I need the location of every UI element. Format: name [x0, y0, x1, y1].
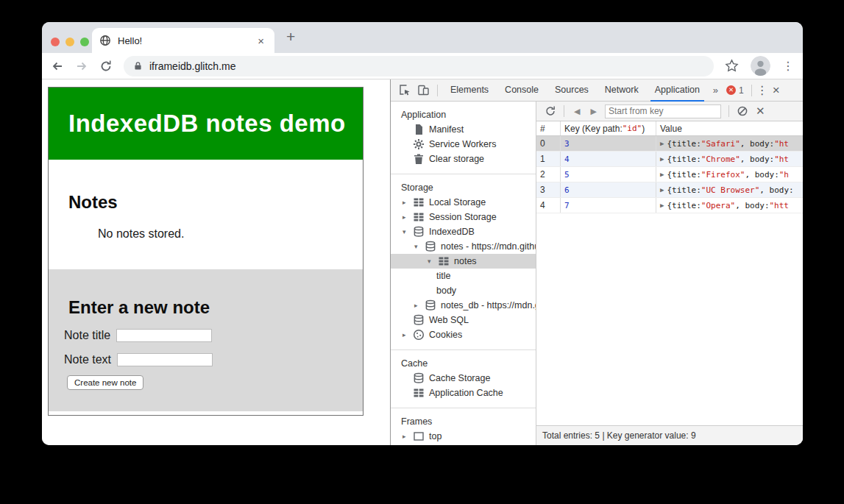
tab-console[interactable]: Console [497, 79, 547, 102]
chevron-right-icon[interactable]: ▸ [414, 302, 425, 309]
more-tabs-icon[interactable]: » [708, 85, 723, 96]
sidebar-item-manifest[interactable]: Manifest [391, 122, 536, 137]
notes-section: Notes No notes stored. [49, 160, 363, 269]
browser-window: Hello! × + iframeidb.glitch.me [42, 22, 803, 445]
delete-selected-icon[interactable]: ✕ [751, 104, 770, 118]
device-toolbar-icon[interactable] [417, 84, 430, 96]
tab-elements[interactable]: Elements [442, 79, 497, 102]
table-row[interactable]: 47▶{title: "Opera", body: "htt [536, 198, 803, 213]
database-icon [413, 372, 425, 384]
sidebar-item-indexeddb[interactable]: ▾IndexedDB [391, 224, 536, 239]
sidebar-item-notes[interactable]: ▾notes [391, 254, 536, 269]
sidebar-item-web-sql[interactable]: Web SQL [391, 313, 536, 327]
sidebar-item-cookies[interactable]: ▸Cookies [391, 327, 536, 342]
address-bar[interactable]: iframeidb.glitch.me [124, 56, 714, 77]
expand-arrow-icon[interactable]: ▶ [660, 186, 664, 194]
chevron-down-icon[interactable]: ▾ [403, 228, 413, 235]
prev-page-icon[interactable]: ◀ [569, 107, 585, 116]
clear-object-store-icon[interactable] [737, 105, 748, 117]
table-row[interactable]: 03▶{title: "Safari", body: "ht [536, 136, 803, 152]
row-key: 7 [561, 198, 656, 213]
sidebar-section-storage: Storage▸Local Storage▸Session Storage▾In… [391, 174, 536, 350]
chevron-right-icon[interactable]: ▸ [403, 433, 413, 440]
expand-arrow-icon[interactable]: ▶ [660, 140, 664, 147]
note-title-input[interactable] [116, 329, 212, 342]
traffic-lights [51, 38, 89, 46]
column-header-key[interactable]: Key (Key path: "id") [561, 121, 656, 135]
forward-icon[interactable] [75, 60, 88, 73]
sidebar-item-label: Clear storage [429, 154, 484, 164]
section-title: Application [391, 107, 536, 122]
sidebar-item-service-workers[interactable]: Service Workers [391, 137, 536, 152]
tab-close-icon[interactable]: × [255, 34, 267, 48]
sidebar-item-label: body [436, 285, 456, 296]
chevron-down-icon[interactable]: ▾ [428, 258, 438, 265]
sidebar-item-clear-storage[interactable]: Clear storage [391, 152, 536, 166]
form-heading: Enter a new note [49, 269, 363, 318]
expand-arrow-icon[interactable]: ▶ [660, 171, 664, 178]
chevron-right-icon[interactable]: ▸ [403, 199, 413, 206]
browser-menu-icon[interactable]: ⋮ [782, 60, 794, 72]
sidebar-item-local-storage[interactable]: ▸Local Storage [391, 195, 536, 210]
row-value: ▶{title: "UC Browser", body: [656, 182, 803, 197]
table-row[interactable]: 25▶{title: "Firefox", body: "h [536, 167, 803, 182]
sidebar-item-label: Service Workers [429, 139, 496, 149]
column-header-index[interactable]: # [536, 121, 561, 135]
new-tab-button[interactable]: + [286, 28, 295, 46]
frame-icon [413, 430, 425, 442]
table-row[interactable]: 14▶{title: "Chrome", body: "ht [536, 152, 803, 167]
devtools-close-icon[interactable]: × [768, 84, 784, 96]
sidebar-item-session-storage[interactable]: ▸Session Storage [391, 210, 536, 224]
devtools-menu-icon[interactable]: ⋮ [756, 85, 768, 96]
table-row[interactable]: 36▶{title: "UC Browser", body: [536, 182, 803, 198]
row-value: ▶{title: "Safari", body: "ht [656, 136, 803, 151]
row-key: 4 [561, 152, 656, 166]
devtools-tabbar: ElementsConsoleSourcesNetworkApplication… [391, 79, 803, 102]
chevron-right-icon[interactable]: ▸ [403, 213, 413, 221]
tab-application[interactable]: Application [647, 79, 708, 102]
start-from-key-input[interactable] [605, 104, 721, 118]
row-key: 6 [561, 182, 656, 197]
tab-sources[interactable]: Sources [547, 79, 597, 102]
avatar[interactable] [751, 56, 770, 76]
note-text-input[interactable] [117, 353, 213, 366]
note-text-label: Note text [64, 353, 111, 366]
next-page-icon[interactable]: ▶ [585, 107, 601, 116]
back-icon[interactable] [51, 60, 64, 73]
sidebar-item-title[interactable]: title [391, 269, 536, 283]
divider [728, 105, 729, 117]
minimize-window-button[interactable] [65, 38, 74, 46]
sidebar-item-body[interactable]: body [391, 283, 536, 298]
page-banner: IndexedDB notes demo [49, 88, 363, 160]
browser-tab[interactable]: Hello! × [92, 28, 274, 53]
close-window-button[interactable] [51, 38, 60, 46]
column-header-value[interactable]: Value [656, 121, 803, 135]
sidebar-section-frames: Frames▸top [391, 408, 536, 445]
error-badge[interactable]: ✕ 1 [723, 85, 747, 96]
expand-arrow-icon[interactable]: ▶ [660, 155, 664, 163]
sidebar-item-application-cache[interactable]: Application Cache [391, 386, 536, 400]
sidebar-item-notes-https-mdn-github[interactable]: ▾notes - https://mdn.github [391, 239, 536, 254]
section-title: Cache [391, 356, 536, 371]
inspect-element-icon[interactable] [399, 84, 411, 96]
sidebar-item-notes-db-https-mdn-git[interactable]: ▸notes_db - https://mdn.git [391, 298, 536, 313]
chevron-down-icon[interactable]: ▾ [414, 243, 425, 250]
sidebar-item-label: Manifest [429, 124, 464, 135]
row-index: 4 [536, 198, 561, 213]
data-panel-toolbar: ◀ ▶ ✕ [536, 102, 803, 121]
sidebar-item-label: top [429, 431, 441, 441]
expand-arrow-icon[interactable]: ▶ [660, 202, 664, 209]
row-value: ▶{title: "Chrome", body: "ht [656, 152, 803, 166]
chevron-right-icon[interactable]: ▸ [403, 331, 413, 338]
zoom-window-button[interactable] [80, 38, 89, 46]
create-note-button[interactable]: Create new note [67, 375, 143, 390]
database-icon [413, 314, 425, 326]
indexeddb-data-panel: ◀ ▶ ✕ # Key (Key path: "id") [536, 102, 803, 445]
sidebar-item-cache-storage[interactable]: Cache Storage [391, 371, 536, 386]
reload-icon[interactable] [99, 60, 113, 73]
bookmark-star-icon[interactable] [725, 59, 739, 73]
tab-network[interactable]: Network [597, 79, 647, 102]
sidebar-item-top[interactable]: ▸top [391, 429, 536, 444]
page-footer-strip [49, 411, 363, 415]
refresh-icon[interactable] [545, 105, 556, 117]
